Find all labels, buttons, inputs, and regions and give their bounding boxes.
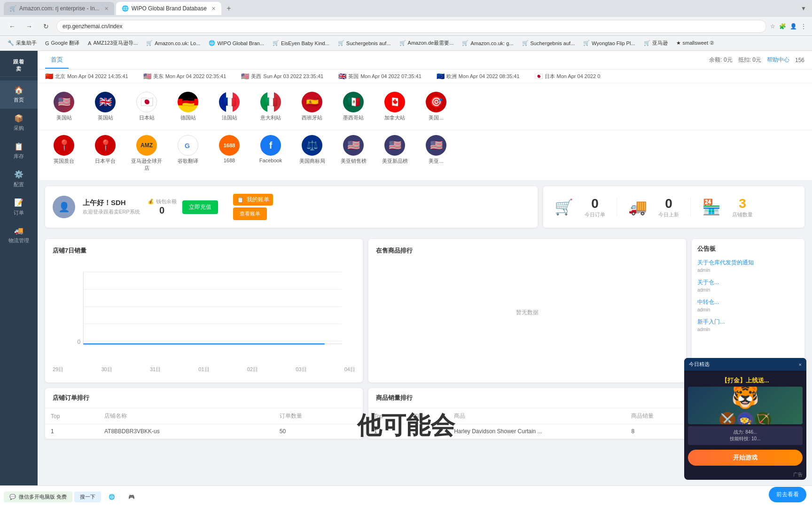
site-amazon-global[interactable]: AMZ 亚马逊全球开店 bbox=[128, 132, 165, 175]
bulletin-link-4[interactable]: 新手入门... bbox=[697, 318, 799, 326]
bulletin-link-3[interactable]: 中转仓... bbox=[697, 298, 799, 306]
site-facebook[interactable]: f Facebook bbox=[252, 132, 289, 175]
site-ca[interactable]: 🇨🇦 加拿大站 bbox=[376, 89, 414, 124]
site-1688-label: 1688 bbox=[224, 158, 235, 163]
cn-flag-icon: 🇨🇳 bbox=[45, 72, 53, 80]
address-input[interactable]: erp.genzhemai.cn/index bbox=[56, 20, 766, 33]
site-google-translate-label: 谷歌翻译 bbox=[178, 158, 198, 165]
bookmark-amazon-de[interactable]: 🛒 Amazon.de最需要... bbox=[396, 39, 458, 48]
site-jp-platform[interactable]: 📍 日本平台 bbox=[86, 132, 124, 175]
tab-overflow-button[interactable]: ▼ bbox=[799, 3, 808, 14]
menu-icon[interactable]: ⋮ bbox=[801, 23, 806, 30]
taskbar-search-btn[interactable]: 搜一下 bbox=[74, 492, 101, 502]
ad-play-button[interactable]: 开始游戏 bbox=[688, 450, 803, 466]
taskbar-chrome[interactable]: 🌐 bbox=[103, 492, 121, 502]
eu-flag-icon: 🇪🇺 bbox=[437, 72, 445, 80]
view-orders-button[interactable]: 查看账单 bbox=[233, 207, 267, 220]
ad-more-button[interactable]: 前去看看 bbox=[769, 487, 806, 502]
bookmark-label: 亚马逊 bbox=[652, 40, 668, 47]
taskbar-game[interactable]: 🎮 bbox=[123, 492, 141, 502]
site-us2[interactable]: 🎯 美国... bbox=[417, 89, 455, 124]
bookmark-caiji[interactable]: 🔧 采集助手 bbox=[4, 39, 40, 48]
order-button[interactable]: 📋 我的账单 bbox=[233, 194, 273, 206]
site-fr[interactable]: 🇫🇷 法国站 bbox=[211, 89, 248, 124]
site-1688[interactable]: 1688 1688 bbox=[211, 132, 248, 175]
col-store-name: 店铺名称 bbox=[99, 408, 274, 424]
bookmark-such2[interactable]: 🛒 Suchergebnis auf... bbox=[518, 39, 579, 47]
charts-row: 店铺7日销量 bbox=[45, 239, 686, 382]
time-jp-label: 日本 bbox=[545, 73, 555, 80]
site-us-sales[interactable]: 🇺🇸 美亚销售榜 bbox=[335, 132, 372, 175]
charge-button[interactable]: 立即充值 bbox=[182, 200, 218, 214]
us-more-icon: 🇺🇸 bbox=[426, 135, 446, 156]
bookmark-star-icon[interactable]: ☆ bbox=[770, 23, 775, 30]
bookmark-wipo[interactable]: 🌐 WIPO Global Bran... bbox=[205, 39, 268, 47]
bookmark-wyong[interactable]: 🛒 Wyongtao Flip Pl... bbox=[579, 39, 639, 47]
time-eu-value: Mon Apr 04 2022 08:35:41 bbox=[459, 73, 520, 79]
back-button[interactable]: ← bbox=[6, 20, 19, 33]
reload-button[interactable]: ↻ bbox=[39, 20, 53, 33]
site-us-more-label: 美亚... bbox=[429, 158, 443, 165]
site-uk[interactable]: 🇬🇧 英国站 bbox=[86, 89, 124, 124]
ad-overlay: 今日精选 × 【打金】上线送... 🐯 ⚔️ 🧙 🏹 战力: 846... 技能… bbox=[684, 358, 806, 480]
site-jp[interactable]: 🇯🇵 日本站 bbox=[128, 89, 165, 124]
tab-wipo[interactable]: 🌐 WIPO Global Brand Database ✕ bbox=[116, 2, 221, 15]
bookmark-amazon-cn[interactable]: 🛒 亚马逊 bbox=[640, 39, 671, 48]
bookmark-such1[interactable]: 🛒 Suchergebnis auf... bbox=[334, 39, 395, 47]
bookmark-eiseyen[interactable]: 🛒 EisEyen Baby Kind... bbox=[269, 39, 333, 47]
site-de[interactable]: 🇩🇪 德国站 bbox=[169, 89, 207, 124]
bulletin-link-2[interactable]: 关于仓... bbox=[697, 278, 799, 286]
bulletin-link-1[interactable]: 关于仓库代发货的通知 bbox=[697, 259, 799, 267]
welcome-text: 上午好！SDH 欢迎登录跟着卖ERP系统 bbox=[83, 198, 140, 215]
site-it[interactable]: 🇮🇹 意大利站 bbox=[252, 89, 289, 124]
balance-item: 💰 钱包余额 0 bbox=[148, 198, 177, 216]
bookmark-label: EisEyen Baby Kind... bbox=[281, 40, 329, 46]
profile-icon[interactable]: 👤 bbox=[790, 23, 797, 30]
ad-close-button[interactable]: × bbox=[799, 362, 802, 367]
tab-close[interactable]: ✕ bbox=[104, 6, 109, 12]
bookmark-icon: 🛒 bbox=[583, 40, 590, 46]
sidebar-item-inventory[interactable]: 📋 库存 bbox=[0, 137, 38, 165]
site-es[interactable]: 🇪🇸 西班牙站 bbox=[293, 89, 331, 124]
site-us-more[interactable]: 🇺🇸 美亚... bbox=[417, 132, 455, 175]
site-us-new[interactable]: 🇺🇸 美亚新品榜 bbox=[376, 132, 414, 175]
us-new-icon: 🇺🇸 bbox=[384, 135, 405, 156]
site-uspto[interactable]: ⚖️ 美国商标局 bbox=[293, 132, 331, 175]
site-google-translate[interactable]: G 谷歌翻译 bbox=[169, 132, 207, 175]
bookmark-label: Wyongtao Flip Pl... bbox=[592, 40, 635, 46]
sidebar-item-logistics[interactable]: 🚚 物流管理 bbox=[0, 221, 38, 249]
taskbar-wechat[interactable]: 💬 微信多开电脑版 免费 bbox=[4, 492, 72, 502]
col-top2: Top bbox=[368, 408, 405, 424]
forward-button[interactable]: → bbox=[23, 20, 36, 33]
tab-close[interactable]: ✕ bbox=[211, 6, 216, 12]
store-orders-table: 店铺订单排行 Top 店铺名称 订单数量 bbox=[45, 388, 363, 439]
tab-favicon: 🌐 bbox=[122, 5, 129, 12]
icon-1688: 1688 bbox=[219, 135, 240, 156]
sidebar-item-home[interactable]: 🏠 首页 bbox=[0, 80, 38, 109]
time-useast: 🇺🇸 美东 Mon Apr 04 2022 02:35:41 bbox=[143, 72, 226, 80]
top-nav-tab-home[interactable]: 首页 bbox=[45, 52, 69, 69]
bookmark-google-translate[interactable]: G Google 翻译 bbox=[41, 39, 83, 48]
site-uk-platform[interactable]: 📍 英国质台 bbox=[45, 132, 83, 175]
cart-icon: 🛒 bbox=[554, 198, 573, 216]
balance-section: 💰 钱包余额 0 立即充值 bbox=[148, 198, 218, 216]
extension-icon[interactable]: 🧩 bbox=[779, 23, 786, 30]
bookmark-amz123[interactable]: A AMZ123亚马逊导... bbox=[84, 39, 141, 48]
site-us[interactable]: 🇺🇸 美国站 bbox=[45, 89, 83, 124]
jp-site-icon: 🇯🇵 bbox=[136, 92, 157, 112]
ad-tech-text: 技能特技: 10... bbox=[691, 436, 800, 442]
new-tab-button[interactable]: + bbox=[223, 3, 234, 14]
sales-chart-svg: 0 bbox=[53, 261, 355, 364]
bookmark-smallsweet[interactable]: ★ smallsweet ② bbox=[672, 39, 718, 47]
site-mx[interactable]: 🇲🇽 墨西哥站 bbox=[335, 89, 372, 124]
bookmark-amazon-uk[interactable]: 🛒 Amazon.co.uk: Lo... bbox=[142, 39, 204, 47]
help-link[interactable]: 帮助中心 bbox=[767, 56, 789, 64]
sites-grid-row2: 📍 英国质台 📍 日本平台 AMZ 亚马逊全球开店 G 谷歌翻译 bbox=[38, 130, 812, 181]
sidebar-item-purchase[interactable]: 📦 采购 bbox=[0, 109, 38, 137]
sidebar-item-orders[interactable]: 📝 订单 bbox=[0, 193, 38, 221]
tab-amazon[interactable]: 🛒 Amazon.com: rj enterprise - In... ✕ bbox=[4, 2, 114, 15]
bookmark-icon: 🛒 bbox=[338, 40, 344, 46]
sidebar-item-config[interactable]: ⚙️ 配置 bbox=[0, 165, 38, 193]
x-label-30: 30日 bbox=[101, 366, 112, 373]
bookmark-amazon-uk2[interactable]: 🛒 Amazon.co.uk: g... bbox=[458, 39, 517, 47]
